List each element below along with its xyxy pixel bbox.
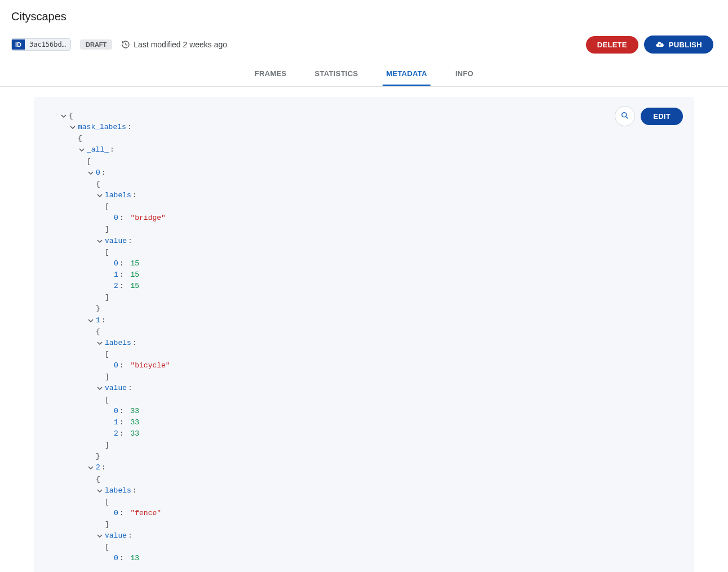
delete-button[interactable]: DELETE [586,36,638,54]
chevron-down-icon[interactable] [96,238,104,244]
chevron-down-icon[interactable] [96,533,104,539]
tree-key: 0 [96,167,100,179]
tree-node: [ [105,349,109,360]
tab-info[interactable]: INFO [452,63,477,86]
tree-value: 33 [130,417,139,428]
tree-node: { [96,326,100,338]
tree-node: [ [105,542,109,553]
tree-value: 15 [130,281,139,292]
tree-node: [ [105,394,109,406]
tab-metadata[interactable]: METADATA [383,63,430,86]
history-icon [121,40,130,49]
tree-value: "fence" [130,508,161,519]
chevron-down-icon[interactable] [96,488,104,494]
tree-key: 1 [96,315,100,326]
tree-key: 0 [114,212,118,224]
tree-key: labels [105,485,131,496]
tree-key: 2 [114,428,118,440]
id-value: 3ac156bd… [25,39,70,50]
tree-key: 2 [96,462,100,473]
chevron-down-icon[interactable] [69,125,77,130]
tree-value: 15 [130,258,139,269]
json-tree: { mask_labels: { _all_: [ 0: { [50,110,678,565]
tree-key: value [105,383,127,394]
tree-key: 0 [114,360,118,371]
tree-key: 0 [114,508,118,519]
tree-node: [ [105,247,109,258]
chevron-down-icon[interactable] [60,113,68,119]
tree-node: ] [105,440,109,451]
tree-key: _all_ [87,144,109,156]
tree-node: { [69,110,73,122]
tree-node: [ [87,156,91,167]
tree-key: mask_labels [78,122,126,133]
tree-node: { [78,133,82,144]
tree-node: { [96,179,100,190]
tree-value: "bridge" [130,212,165,224]
tree-node: { [96,474,100,485]
search-button[interactable] [615,106,635,126]
chevron-down-icon[interactable] [87,170,95,176]
status-badge: DRAFT [80,39,112,50]
tree-key: value [105,530,127,542]
svg-line-1 [626,116,628,118]
search-icon [620,111,629,122]
tabs: FRAMES STATISTICS METADATA INFO [0,63,728,87]
chevron-down-icon[interactable] [87,318,95,323]
chevron-down-icon[interactable] [96,193,104,198]
tree-key: labels [105,338,131,349]
tree-node: ] [105,292,109,303]
tree-node: [ [105,496,109,508]
cloud-upload-icon [655,40,664,49]
tree-node: } [96,451,100,462]
tab-frames[interactable]: FRAMES [251,63,290,86]
id-badge-label: ID [12,39,25,50]
publish-button[interactable]: PUBLISH [644,36,713,54]
tree-key: 2 [114,281,118,292]
metadata-panel: EDIT { mask_labels: { _all_: [34,97,694,572]
tree-value: 33 [130,428,139,440]
chevron-down-icon[interactable] [96,340,104,346]
id-chip[interactable]: ID 3ac156bd… [11,38,71,51]
chevron-down-icon[interactable] [87,465,95,471]
tree-key: 1 [114,269,118,281]
tree-value: 33 [130,406,139,417]
chevron-down-icon[interactable] [78,147,86,153]
tree-node: ] [105,224,109,235]
tree-value: "bicycle" [130,360,170,371]
tree-value: 13 [130,553,139,564]
tree-key: 0 [114,406,118,417]
tree-key: labels [105,190,131,201]
last-modified-text: Last modified 2 weeks ago [134,40,227,49]
tree-key: 0 [114,553,118,564]
svg-point-0 [622,112,627,117]
tree-key: value [105,236,127,247]
chevron-down-icon[interactable] [96,385,104,391]
tree-key: 0 [114,258,118,269]
tree-node: ] [105,371,109,383]
tree-value: 15 [130,269,139,281]
tab-statistics[interactable]: STATISTICS [312,63,362,86]
tree-node: ] [105,519,109,530]
page-title: Cityscapes [11,10,717,23]
tree-key: 1 [114,417,118,428]
tree-node: } [96,303,100,314]
tree-node: [ [105,201,109,212]
edit-button[interactable]: EDIT [641,108,683,125]
